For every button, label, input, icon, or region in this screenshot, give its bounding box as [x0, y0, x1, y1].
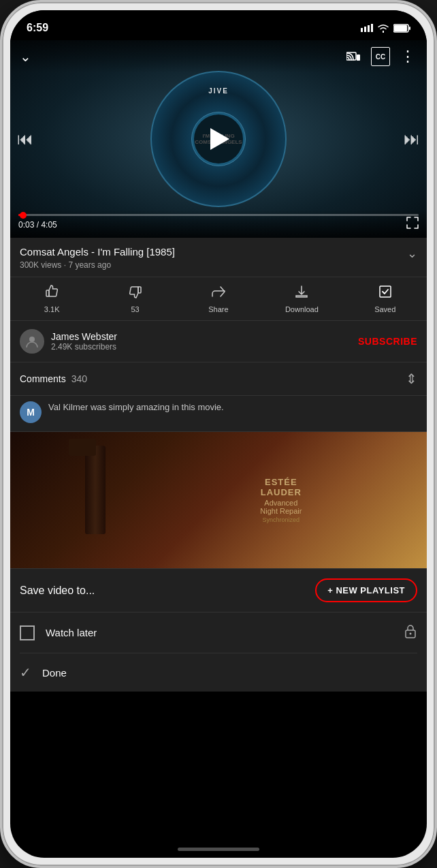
video-info-section: Comsat Angels - I'm Falling [1985] 300K …	[10, 238, 427, 277]
saved-icon	[378, 284, 393, 303]
status-bar: 6:59	[10, 10, 427, 40]
captions-button[interactable]: CC	[371, 47, 390, 66]
channel-avatar	[20, 329, 44, 354]
ad-text: ESTÉELAUDER AdvancedNight Repair Synchro…	[260, 477, 302, 523]
minimize-button[interactable]: ⌄	[20, 48, 31, 65]
share-button[interactable]: Share	[198, 284, 239, 313]
ad-thumbnail[interactable]: ESTÉELAUDER AdvancedNight Repair Synchro…	[10, 432, 427, 568]
video-title: Comsat Angels - I'm Falling [1985]	[20, 246, 175, 258]
svg-rect-1	[364, 27, 366, 32]
svg-point-14	[410, 633, 412, 635]
download-icon	[294, 284, 309, 303]
signal-icon	[361, 24, 373, 32]
like-button[interactable]: 3.1K	[31, 284, 72, 313]
fullscreen-button[interactable]	[406, 217, 419, 232]
ad-sub: Synchronized	[260, 516, 302, 523]
channel-name: James Webster	[51, 331, 358, 342]
bottle-cap	[69, 439, 96, 456]
comments-section[interactable]: Comments 340 ⇕	[10, 362, 427, 396]
saved-button[interactable]: Saved	[365, 284, 406, 313]
progress-bar[interactable]	[18, 214, 419, 216]
svg-rect-6	[409, 27, 410, 30]
progress-fill	[18, 214, 23, 216]
svg-rect-9	[46, 290, 49, 296]
like-icon	[44, 284, 59, 303]
next-button[interactable]: ⏭	[404, 129, 420, 149]
expand-comments-button[interactable]: ⇕	[406, 371, 417, 387]
dislike-icon	[128, 284, 143, 303]
svg-rect-10	[138, 287, 141, 293]
share-icon	[211, 284, 226, 303]
save-title: Save video to...	[20, 585, 95, 597]
comments-count: 340	[71, 373, 87, 384]
svg-point-12	[29, 337, 35, 342]
status-icons	[361, 24, 410, 33]
lock-icon	[404, 623, 417, 642]
comment-text: Val Kilmer was simply amazing in this mo…	[48, 401, 224, 414]
status-time: 6:59	[27, 22, 48, 34]
like-count: 3.1K	[44, 305, 60, 313]
phone-frame: 6:59	[0, 0, 437, 868]
progress-bar-container	[18, 214, 419, 216]
home-indicator	[178, 848, 259, 851]
watch-later-item[interactable]: Watch later	[20, 613, 417, 653]
more-options-button[interactable]: ⋮	[398, 47, 417, 66]
video-player[interactable]: JIVE I'M FALLINGCOMSAT ANGELS ⌄	[10, 40, 427, 238]
svg-rect-11	[380, 286, 391, 297]
svg-rect-3	[371, 24, 373, 32]
download-label: Download	[285, 305, 319, 313]
battery-icon	[393, 24, 410, 33]
video-info-text: Comsat Angels - I'm Falling [1985] 300K …	[20, 246, 175, 270]
svg-rect-0	[361, 28, 363, 32]
saved-label: Saved	[374, 305, 395, 313]
content-area: Comsat Angels - I'm Falling [1985] 300K …	[10, 238, 427, 692]
done-label: Done	[42, 667, 67, 679]
video-bottom-controls: 0:03 / 4:05	[10, 210, 427, 238]
commenter-avatar: M	[20, 401, 42, 423]
video-meta: 300K views · 7 years ago	[20, 260, 175, 270]
channel-subscribers: 2.49K subscribers	[51, 342, 358, 352]
watch-later-checkbox[interactable]	[20, 625, 35, 640]
svg-rect-8	[357, 55, 360, 61]
phone-screen: 6:59	[10, 10, 427, 858]
vinyl-label: JIVE	[208, 87, 229, 95]
previous-button[interactable]: ⏮	[17, 129, 33, 149]
action-bar: 3.1K 53	[10, 277, 427, 321]
save-header: Save video to... + NEW PLAYLIST	[20, 578, 417, 602]
comments-label: Comments	[20, 373, 66, 384]
video-nav-controls: ⏮ ⏭	[10, 129, 427, 149]
dislike-count: 53	[131, 305, 139, 313]
ad-product: AdvancedNight Repair	[260, 499, 302, 515]
svg-rect-2	[368, 25, 370, 32]
svg-rect-5	[394, 25, 407, 31]
watch-later-label: Watch later	[46, 627, 404, 638]
dislike-button[interactable]: 53	[115, 284, 156, 313]
share-label: Share	[208, 305, 228, 313]
expand-info-button[interactable]: ⌄	[407, 246, 417, 261]
new-playlist-button[interactable]: + NEW PLAYLIST	[315, 578, 417, 602]
comment-preview: M Val Kilmer was simply amazing in this …	[10, 396, 427, 432]
ad-brand: ESTÉELAUDER	[260, 477, 302, 497]
save-panel: Save video to... + NEW PLAYLIST Watch la…	[10, 568, 427, 692]
done-checkmark: ✓	[20, 664, 31, 681]
top-right-controls: CC ⋮	[344, 47, 417, 66]
download-button[interactable]: Download	[281, 284, 322, 313]
time-display: 0:03 / 4:05	[18, 220, 57, 230]
video-top-controls: ⌄ CC ⋮	[10, 40, 427, 73]
cast-button[interactable]	[344, 47, 363, 66]
channel-info: James Webster 2.49K subscribers	[51, 331, 358, 352]
wifi-icon	[377, 24, 389, 33]
bottle-shape	[85, 446, 106, 534]
subscribe-button[interactable]: SUBSCRIBE	[358, 336, 417, 347]
done-item[interactable]: ✓ Done	[20, 653, 417, 692]
progress-dot	[20, 212, 27, 219]
channel-row[interactable]: James Webster 2.49K subscribers SUBSCRIB…	[10, 321, 427, 362]
